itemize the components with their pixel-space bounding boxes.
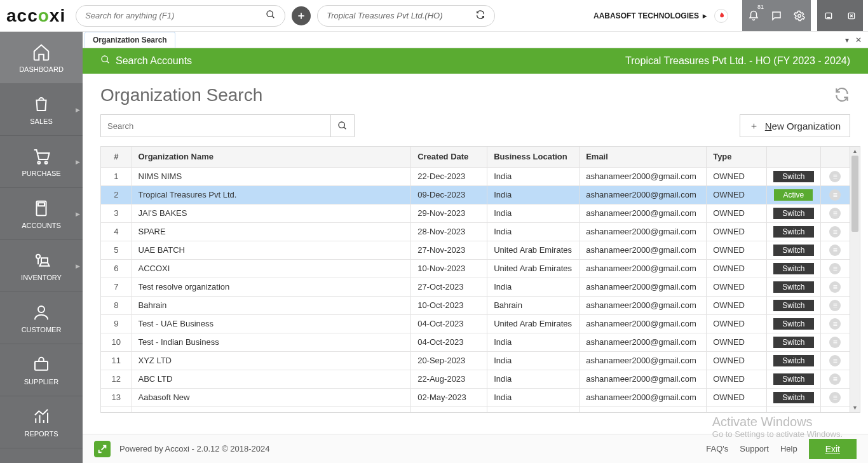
cell-type: OWNED — [707, 333, 767, 351]
more-icon[interactable]: ≡ — [829, 318, 841, 330]
switch-button[interactable]: Switch — [773, 392, 813, 403]
switch-button[interactable]: Switch — [773, 245, 813, 256]
settings-button[interactable] — [788, 0, 811, 32]
messages-button[interactable] — [765, 0, 788, 32]
org-selector-label: Tropical Treasures Pvt Ltd.(HO) — [327, 11, 442, 20]
switch-button[interactable]: Switch — [773, 171, 813, 182]
nav-customer[interactable]: CUSTOMER — [0, 292, 83, 344]
switch-button[interactable]: Switch — [773, 318, 813, 330]
cell-action: Switch — [767, 259, 820, 278]
more-icon[interactable]: ≡ — [829, 189, 841, 201]
search-icon — [100, 55, 111, 67]
flame-icon[interactable] — [714, 9, 728, 23]
table-row[interactable]: 9Test - UAE Business04-Oct-2023United Ar… — [101, 314, 850, 333]
switch-button[interactable]: Switch — [773, 263, 813, 274]
nav-supplier[interactable]: SUPPLIER — [0, 344, 83, 396]
more-icon[interactable]: ≡ — [829, 373, 841, 385]
global-search[interactable] — [76, 5, 285, 27]
table-row[interactable]: 13Aabasoft New02-May-2023Indiaashanameer… — [101, 388, 850, 406]
more-icon[interactable]: ≡ — [829, 245, 841, 256]
switch-button[interactable]: Switch — [773, 208, 813, 219]
nav-sales[interactable]: SALES▶ — [0, 84, 83, 136]
table-row[interactable]: 5UAE BATCH27-Nov-2023United Arab Emirate… — [101, 241, 850, 259]
tab-dropdown-icon[interactable]: ▾ — [845, 36, 849, 44]
notifications-button[interactable]: 81 — [742, 0, 765, 32]
org-selector[interactable]: Tropical Treasures Pvt Ltd.(HO) — [317, 5, 495, 27]
cell-more: ≡ — [820, 241, 850, 259]
tab-close-icon[interactable]: ✕ — [855, 36, 862, 44]
refresh-icon[interactable] — [475, 10, 485, 22]
cell-index: 13 — [101, 388, 132, 406]
col-name[interactable]: Organization Name — [132, 147, 411, 167]
table-row[interactable]: 11XYZ LTD20-Sep-2023Indiaashanameer2000@… — [101, 351, 850, 370]
exit-button[interactable]: Exit — [809, 439, 857, 459]
tab-organization-search[interactable]: Organization Search — [85, 32, 175, 48]
switch-button[interactable]: Switch — [773, 373, 813, 385]
table-row[interactable]: 4SPARE28-Nov-2023Indiaashanameer2000@gma… — [101, 222, 850, 241]
col-index[interactable]: # — [101, 147, 132, 167]
add-button[interactable] — [292, 6, 311, 25]
more-icon[interactable]: ≡ — [829, 171, 841, 182]
cell-index: 4 — [101, 222, 132, 241]
table-row[interactable]: 6ACCOXI10-Nov-2023United Arab Emiratesas… — [101, 259, 850, 278]
minimize-button[interactable] — [817, 0, 840, 32]
col-type[interactable]: Type — [707, 147, 767, 167]
vertical-scrollbar[interactable]: ▲ ▼ — [850, 147, 860, 412]
scroll-up-icon[interactable]: ▲ — [850, 148, 860, 154]
col-location[interactable]: Business Location — [487, 147, 580, 167]
switch-button[interactable]: Switch — [773, 337, 813, 348]
more-icon[interactable]: ≡ — [829, 263, 841, 274]
cell-created: 02-May-2023 — [411, 388, 487, 406]
more-icon[interactable]: ≡ — [829, 226, 841, 238]
table-row[interactable]: 7Test resolve organization27-Oct-2023Ind… — [101, 278, 850, 296]
cell-name: JAI'S BAKES — [132, 204, 411, 222]
more-icon[interactable]: ≡ — [829, 281, 841, 293]
scroll-down-icon[interactable]: ▼ — [850, 405, 860, 411]
col-created[interactable]: Created Date — [411, 147, 487, 167]
cell-name: Test - UAE Business — [132, 314, 411, 333]
cell-email: ashanameer2000@gmail.com — [580, 185, 707, 204]
scrollbar-thumb[interactable] — [851, 156, 858, 232]
table-row[interactable]: 10Test - Indian Business04-Oct-2023India… — [101, 333, 850, 351]
cell-location: Bahrain — [487, 296, 580, 314]
footer-support-link[interactable]: Support — [740, 444, 769, 453]
switch-button[interactable]: Switch — [773, 226, 813, 238]
refresh-icon[interactable] — [834, 86, 850, 105]
more-icon[interactable]: ≡ — [829, 300, 841, 311]
col-action — [767, 147, 820, 167]
footer-faq-link[interactable]: FAQ's — [706, 444, 728, 453]
switch-button[interactable]: Switch — [773, 355, 813, 366]
switch-button[interactable]: Switch — [773, 281, 813, 293]
col-email[interactable]: Email — [580, 147, 707, 167]
nav-purchase[interactable]: PURCHASE▶ — [0, 136, 83, 188]
cell-name: ABC LTD — [132, 370, 411, 388]
search-icon[interactable] — [266, 10, 276, 22]
more-icon[interactable]: ≡ — [829, 208, 841, 219]
col-more — [820, 147, 850, 167]
nav-reports[interactable]: REPORTS — [0, 396, 83, 448]
global-search-input[interactable] — [85, 11, 266, 20]
switch-button[interactable]: Switch — [773, 300, 813, 311]
table-search-button[interactable] — [330, 114, 355, 137]
table-row[interactable]: 8Bahrain10-Oct-2023Bahrainashanameer2000… — [101, 296, 850, 314]
table-row[interactable]: 3JAI'S BAKES29-Nov-2023Indiaashanameer20… — [101, 204, 850, 222]
nav-accounts[interactable]: ACCOUNTS▶ — [0, 188, 83, 240]
table-row[interactable]: 1NIMS NIMS22-Dec-2023Indiaashanameer2000… — [101, 167, 850, 185]
more-icon[interactable]: ≡ — [829, 355, 841, 366]
close-button[interactable] — [840, 0, 863, 32]
table-search-input[interactable] — [100, 114, 330, 137]
cell-action: Switch — [767, 388, 820, 406]
nav-inventory[interactable]: INVENTORY▶ — [0, 240, 83, 292]
new-organization-button[interactable]: ＋ New Organization — [740, 114, 850, 137]
nav-dashboard[interactable]: DASHBOARD — [0, 32, 83, 84]
cell-type: OWNED — [707, 241, 767, 259]
more-icon[interactable]: ≡ — [829, 337, 841, 348]
more-icon[interactable]: ≡ — [829, 392, 841, 403]
user-menu[interactable]: AABASOFT TECHNOLOGIES ▸ — [593, 11, 707, 20]
table-row[interactable]: 12ABC LTD22-Aug-2023Indiaashanameer2000@… — [101, 370, 850, 388]
cell-created: 10-Nov-2023 — [411, 259, 487, 278]
cell-action: Switch — [767, 370, 820, 388]
footer-help-link[interactable]: Help — [780, 444, 797, 453]
logo[interactable]: accoxi — [5, 6, 69, 26]
table-row[interactable]: 2Tropical Treasures Pvt Ltd.09-Dec-2023I… — [101, 185, 850, 204]
